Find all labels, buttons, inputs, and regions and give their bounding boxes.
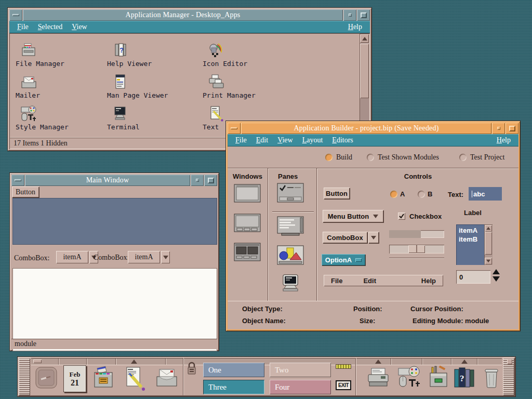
palette-draw-pane[interactable] — [277, 245, 304, 267]
workspace-one-button[interactable]: One — [203, 363, 264, 377]
scroll-up-button[interactable] — [360, 34, 369, 43]
workspace-four-button[interactable]: Four — [270, 380, 331, 394]
spin-up-icon[interactable] — [493, 269, 500, 274]
menu-file[interactable]: File — [231, 135, 251, 145]
menu-help[interactable]: Help — [343, 22, 367, 32]
sample-menu-help[interactable]: Help — [421, 277, 436, 285]
control-checkbox[interactable] — [398, 212, 405, 220]
window-menu-button[interactable] — [11, 175, 24, 186]
minimize-button[interactable] — [343, 9, 356, 21]
drawing-area[interactable] — [12, 198, 217, 245]
clock-control[interactable] — [34, 365, 58, 392]
control-spinbox[interactable]: 0 — [456, 270, 490, 284]
subpanel-arrow-text[interactable] — [131, 360, 137, 364]
panel-menu-button[interactable] — [33, 360, 42, 363]
palette-dialog-window[interactable] — [234, 214, 261, 234]
app-icon-help-viewer[interactable]: ? Help Viewer — [107, 42, 195, 68]
app-icon-man-page-viewer[interactable]: Man Page Viewer — [107, 73, 195, 99]
subpanel-arrow-help[interactable] — [461, 360, 468, 364]
mailer-control[interactable] — [155, 365, 179, 392]
control-radio-a[interactable]: A — [390, 190, 405, 198]
palette-term-pane[interactable] — [277, 274, 304, 296]
sample-menu-file[interactable]: File — [331, 277, 342, 285]
control-slider[interactable] — [389, 245, 444, 254]
slider-thumb[interactable] — [408, 245, 425, 253]
combobox-2-value[interactable]: itemA — [128, 251, 160, 263]
radio-test-shown-modules[interactable]: Test Shown Modules — [367, 153, 439, 162]
spin-down-icon[interactable] — [493, 276, 500, 282]
menu-edit[interactable]: Edit — [251, 135, 273, 145]
control-radio-b[interactable]: B — [418, 190, 432, 198]
control-menu-button[interactable]: Menu Button — [323, 210, 383, 222]
applications-control[interactable] — [427, 365, 450, 392]
combobox-arrow-button[interactable] — [368, 232, 379, 243]
scrollbar-thumb[interactable] — [485, 232, 492, 255]
combobox-1-value[interactable]: itemA — [56, 251, 88, 263]
subpanel-arrow-printer[interactable] — [375, 360, 381, 364]
window-menu-button[interactable] — [228, 123, 241, 134]
app-icon-print-manager[interactable]: Print Manager — [203, 73, 291, 99]
style-manager-control[interactable] — [397, 365, 421, 392]
sample-button[interactable]: Button — [12, 187, 39, 197]
workspace-two-button[interactable]: Two — [270, 363, 331, 377]
palette-custom-window[interactable] — [234, 243, 261, 263]
scroll-down-button[interactable] — [485, 258, 492, 264]
builder-status-area: Object Type: Object Name: Position: Size… — [228, 301, 518, 329]
radio-build[interactable]: Build — [325, 153, 352, 162]
menu-help[interactable]: Help — [492, 135, 515, 145]
maximize-button[interactable] — [204, 175, 217, 186]
calendar-control[interactable]: Feb 21 — [63, 365, 86, 392]
control-list[interactable]: itemAitemB — [456, 224, 484, 265]
text-editor-control[interactable] — [122, 365, 146, 392]
tab-separator — [477, 358, 478, 365]
combobox-2[interactable]: itemA — [128, 251, 170, 263]
menu-selected[interactable]: Selected — [33, 22, 67, 32]
app-icon-file-manager[interactable]: File Manager — [16, 42, 104, 68]
radio-test-project[interactable]: Test Project — [459, 153, 504, 162]
menu-view[interactable]: View — [273, 135, 298, 145]
sample-menu-edit[interactable]: Edit — [363, 277, 376, 285]
control-combobox[interactable]: ComboBox — [323, 232, 367, 243]
lock-control[interactable] — [187, 361, 197, 377]
help-control[interactable]: ? — [453, 365, 476, 392]
list-scrollbar[interactable] — [484, 224, 493, 265]
panel-left-grip[interactable] — [19, 358, 30, 395]
list-item[interactable]: itemB — [459, 235, 484, 244]
combobox-1[interactable]: itemA — [56, 251, 98, 263]
app-icon-style-manager[interactable]: Style Manager — [16, 105, 104, 131]
workspace-three-button[interactable]: Three — [203, 380, 264, 394]
titlebar[interactable]: Application Manager - Desktop_Apps — [23, 9, 343, 21]
printer-control[interactable] — [366, 365, 390, 392]
maximize-button[interactable] — [506, 123, 518, 134]
minimize-button[interactable] — [492, 123, 505, 134]
minimize-button[interactable] — [191, 175, 204, 186]
option-menu-label: OptionA — [325, 256, 352, 264]
window-menu-button[interactable] — [9, 9, 22, 21]
trash-control[interactable] — [480, 365, 503, 392]
menu-editors[interactable]: Editors — [327, 135, 357, 145]
list-item[interactable]: itemA — [459, 226, 484, 235]
scroll-up-button[interactable] — [485, 225, 492, 232]
maximize-button[interactable] — [357, 9, 370, 21]
palette-main-window[interactable] — [234, 184, 261, 205]
palette-control-pane[interactable] — [277, 183, 304, 205]
spinbox-arrows[interactable] — [493, 269, 500, 282]
menu-file[interactable]: File — [12, 22, 33, 32]
menu-layout[interactable]: Layout — [298, 135, 328, 145]
palette-text-pane[interactable] — [277, 216, 304, 238]
control-button[interactable]: Button — [324, 188, 350, 199]
app-icon-icon-editor[interactable]: Icon Editor — [203, 42, 291, 68]
titlebar[interactable]: Main Window — [25, 175, 190, 186]
titlebar[interactable]: Application Builder - project.bip (Save … — [241, 123, 491, 134]
combobox-2-arrow[interactable] — [161, 251, 170, 263]
text-field[interactable]: abc — [469, 187, 502, 201]
exit-button[interactable]: EXIT — [336, 380, 351, 390]
app-icon-terminal[interactable]: Terminal — [107, 105, 195, 131]
control-option-menu[interactable]: OptionA — [322, 254, 365, 265]
menu-view[interactable]: View — [67, 22, 92, 32]
help-books-icon: ? — [453, 365, 476, 391]
app-icon-mailer[interactable]: Mailer — [16, 73, 104, 99]
file-manager-control[interactable] — [91, 365, 115, 392]
scrollbar-thumb[interactable] — [360, 44, 369, 98]
panel-corner-button[interactable] — [507, 359, 512, 364]
